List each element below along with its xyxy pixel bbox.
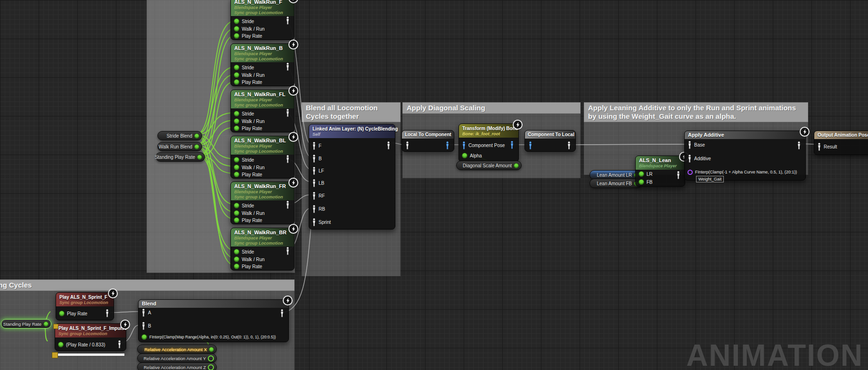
pin-sprint[interactable]: Sprint (312, 219, 331, 225)
pin-base[interactable]: Base (688, 141, 705, 148)
output-pin[interactable] (194, 133, 199, 139)
pin-play-rate[interactable]: Play Rate (234, 79, 262, 85)
pin-rf[interactable]: RF (312, 192, 325, 199)
pin-alpha[interactable]: Alpha (462, 152, 482, 159)
component-pose-input-pin[interactable] (528, 141, 532, 151)
node-subtitle: Blendspace Player (234, 5, 291, 10)
pose-output-pin[interactable] (386, 141, 391, 151)
pin-alpha[interactable]: FInterp(Clamp(Map Range(Alpha, in(0: 0.2… (141, 334, 276, 340)
fast-path-icon (288, 224, 298, 234)
component-pose-output-pin[interactable] (445, 141, 450, 151)
curve-name-box[interactable]: Weight_Gait (696, 174, 724, 182)
node-component-to-local[interactable]: Component To Local (524, 130, 576, 152)
pill-lean-amount-lr[interactable]: Lean Amount LR (590, 170, 642, 180)
pose-output-pin[interactable] (105, 309, 109, 319)
node-als-n-lean[interactable]: ALS_N_Lean Blendspace Player LR FB (635, 156, 685, 187)
pin-b[interactable]: B (312, 155, 322, 162)
fast-path-icon (513, 120, 523, 130)
pin-a[interactable]: A (141, 309, 151, 316)
output-pin[interactable] (514, 163, 519, 168)
pin-b[interactable]: B (141, 322, 151, 329)
node-play-sprint-f-impulse[interactable]: Play ALS_N_Sprint_F_Impulse Sync group L… (55, 323, 126, 351)
pill-diagonal-scale-amount[interactable]: Diagonal Scale Amount (456, 161, 522, 170)
pin-fb[interactable]: FB (639, 179, 653, 185)
node-linked-anim-layer[interactable]: Linked Anim Layer: (N) CycleBlending Sel… (309, 124, 395, 230)
animgraph-canvas[interactable]: ANIMATION Blend all Locomotion Cycles to… (0, 0, 868, 370)
pose-output-pin[interactable] (286, 155, 290, 165)
pin-stride[interactable]: Stride (234, 110, 254, 117)
pin-play-rate[interactable]: Play Rate (234, 217, 262, 223)
node-walkrun-fr[interactable]: ALS_N_WalkRun_FR Blendspace Player Sync … (230, 181, 295, 224)
pose-output-pin[interactable] (280, 309, 284, 319)
pin-f[interactable]: F (312, 142, 321, 149)
pose-output-pin[interactable] (286, 247, 290, 257)
pin-stride[interactable]: Stride (234, 18, 254, 25)
pin-lr[interactable]: LR (639, 171, 653, 177)
pin-play-rate[interactable]: Play Rate (234, 125, 262, 132)
pin-play-rate[interactable]: (Play Rate / 0.833) (58, 341, 105, 348)
pin-walk-run[interactable]: Walk / Run (234, 72, 265, 78)
pose-output-pin[interactable] (286, 109, 290, 119)
pill-stride-blend[interactable]: Stride Blend (157, 131, 202, 140)
pin-walk-run[interactable]: Walk / Run (234, 256, 265, 263)
node-walkrun-b[interactable]: ALS_N_WalkRun_B Blendspace Player Sync g… (230, 43, 295, 86)
pin-play-rate[interactable]: Play Rate (234, 263, 262, 270)
pose-output-pin[interactable] (676, 171, 680, 181)
pill-label: Diagonal Scale Amount (463, 163, 512, 168)
pin-walk-run[interactable]: Walk / Run (234, 210, 265, 216)
output-pin[interactable] (43, 321, 49, 327)
pill-standing-play-rate[interactable]: Standing Play Rate (156, 152, 205, 162)
node-walkrun-fl[interactable]: ALS_N_WalkRun_FL Blendspace Player Sync … (230, 90, 295, 132)
pin-additive[interactable]: Additive (688, 155, 711, 162)
node-blend[interactable]: Blend A B FInterp(Clamp(Map Range(Alpha,… (138, 299, 289, 342)
pill-rel-accel-y[interactable]: Relative Acceleration Amount Y (137, 354, 217, 363)
output-pin[interactable] (208, 355, 214, 362)
pin-lb[interactable]: LB (312, 180, 324, 186)
pin-lf[interactable]: LF (312, 167, 324, 174)
wire-pose[interactable] (571, 144, 687, 145)
pin-walk-run[interactable]: Walk / Run (234, 118, 265, 124)
playbar-marker[interactable] (52, 352, 58, 358)
component-pose-output-pin[interactable] (510, 141, 514, 151)
pin-component-pose[interactable]: Component Pose (462, 142, 505, 148)
wire-pose[interactable] (111, 312, 139, 312)
node-walkrun-br[interactable]: ALS_N_WalkRun_BR Blendspace Player Sync … (230, 228, 295, 271)
pose-input-pin[interactable] (405, 141, 409, 151)
pose-output-pin[interactable] (567, 141, 571, 151)
output-pin[interactable] (209, 347, 214, 352)
pin-play-rate[interactable]: Play Rate (234, 171, 262, 178)
pose-output-pin[interactable] (117, 340, 122, 350)
node-play-sprint-f[interactable]: Play ALS_N_Sprint_F Sync group Locomotio… (56, 292, 114, 321)
pin-walk-run[interactable]: Walk / Run (234, 164, 265, 171)
pill-walk-run-blend[interactable]: Walk Run Blend (157, 142, 202, 151)
node-walkrun-bl[interactable]: ALS_N_WalkRun_BL Blendspace Player Sync … (230, 136, 295, 179)
playback-progress-bar[interactable] (58, 354, 124, 356)
pin-stride[interactable]: Stride (234, 202, 254, 209)
output-pin[interactable] (208, 364, 214, 370)
node-walkrun-f[interactable]: ALS_N_WalkRun_F Blendspace Player Sync g… (230, 0, 295, 40)
node-title: ALS_N_WalkRun_F (234, 0, 291, 5)
pin-stride[interactable]: Stride (234, 156, 254, 163)
node-apply-additive[interactable]: Apply Additive Base Additive FInterp(Cla… (684, 131, 806, 181)
pose-output-pin[interactable] (286, 16, 290, 26)
pin-result[interactable]: Result (817, 143, 837, 150)
pin-rb[interactable]: RB (312, 206, 325, 212)
pill-lean-amount-fb[interactable]: Lean Amount FB (590, 179, 642, 188)
pill-rel-accel-z[interactable]: Relative Acceleration Amount Z (137, 362, 217, 370)
pin-stride[interactable]: Stride (234, 248, 254, 255)
pin-play-rate[interactable]: Play Rate (59, 310, 87, 317)
pin-stride[interactable]: Stride (234, 64, 254, 71)
output-pin[interactable] (197, 155, 202, 160)
pose-output-pin[interactable] (286, 63, 290, 73)
node-local-to-component[interactable]: Local To Component (401, 130, 454, 152)
pose-output-pin[interactable] (797, 141, 801, 151)
pill-rel-accel-x[interactable]: Relative Acceleration Amount X (137, 345, 217, 354)
pin-walk-run[interactable]: Walk / Run (234, 25, 265, 32)
node-output-animation-pose[interactable]: Output Animation Pose Result (814, 131, 868, 155)
pill-standing-play-rate-sprint[interactable]: Standing Play Rate (1, 319, 51, 329)
node-sync-group: Sync group Locomotion (234, 103, 291, 108)
output-pin[interactable] (194, 144, 199, 149)
pin-play-rate[interactable]: Play Rate (234, 33, 262, 39)
node-transform-modify-bone[interactable]: Transform (Modify) Bone Bone: ik_foot_ro… (459, 123, 519, 162)
pose-output-pin[interactable] (286, 201, 290, 211)
